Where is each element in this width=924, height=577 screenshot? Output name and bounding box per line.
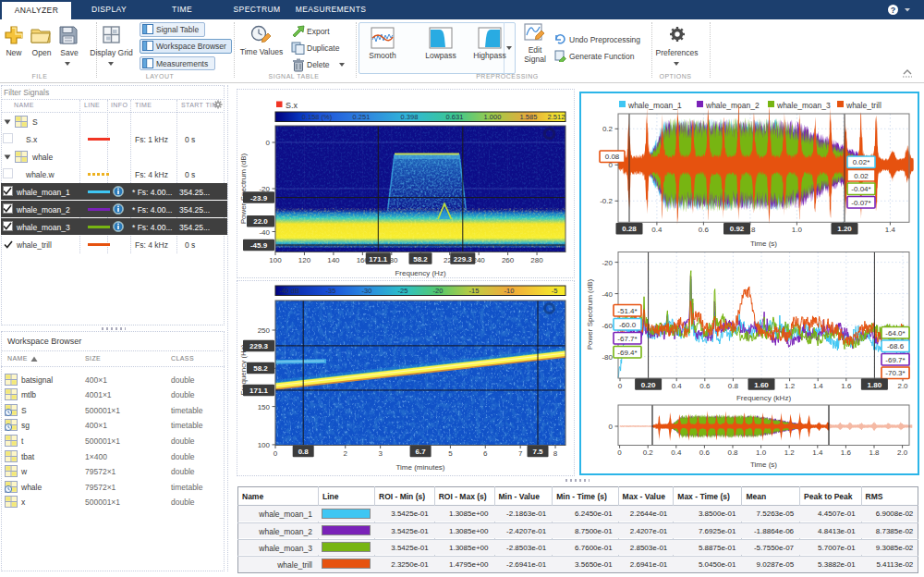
svg-text:1.4: 1.4: [813, 382, 824, 390]
svg-text:Power Spectrum (dB): Power Spectrum (dB): [239, 153, 248, 224]
svg-text:0: 0: [617, 448, 622, 457]
svg-text:2.0: 2.0: [897, 448, 908, 457]
svg-text:0.631: 0.631: [446, 113, 464, 121]
svg-text:250: 250: [258, 326, 271, 335]
svg-text:Frequency (kHz): Frequency (kHz): [736, 394, 791, 402]
svg-text:-25: -25: [398, 287, 408, 295]
svg-text:8: 8: [553, 449, 558, 458]
svg-text:1.0: 1.0: [792, 226, 803, 234]
svg-text:0.2: 0.2: [602, 125, 614, 133]
svg-text:?: ?: [891, 6, 896, 15]
svg-text:0.4: 0.4: [672, 382, 683, 390]
svg-text:0.20: 0.20: [641, 381, 656, 389]
svg-text:-40: -40: [602, 290, 613, 299]
svg-text:0: 0: [266, 139, 271, 147]
svg-text:0.8: 0.8: [728, 382, 739, 390]
svg-text:-5: -5: [552, 287, 558, 295]
svg-text:3: 3: [378, 449, 383, 458]
svg-text:2.0: 2.0: [897, 382, 908, 390]
svg-text:-80: -80: [602, 353, 613, 362]
svg-text:1.4: 1.4: [885, 226, 896, 234]
svg-text:0.4: 0.4: [651, 226, 663, 234]
svg-text:171.1: 171.1: [249, 387, 269, 395]
svg-text:1.4: 1.4: [812, 448, 823, 457]
svg-text:-40 dB: -40 dB: [279, 287, 299, 295]
svg-text:1.8: 1.8: [869, 448, 880, 457]
svg-text:1.0: 1.0: [756, 448, 767, 457]
svg-text:1.2: 1.2: [784, 448, 796, 457]
svg-text:0: 0: [609, 423, 614, 431]
svg-text:150: 150: [258, 403, 271, 411]
svg-text:1.6: 1.6: [841, 448, 852, 457]
svg-text:0.2: 0.2: [643, 448, 654, 457]
svg-text:5: 5: [448, 449, 453, 458]
svg-text:S.x: S.x: [286, 101, 298, 110]
svg-text:2: 2: [344, 449, 348, 458]
svg-text:1.000: 1.000: [484, 113, 502, 121]
svg-text:-0.07*: -0.07*: [851, 199, 870, 207]
svg-text:0.158 (%): 0.158 (%): [302, 113, 333, 121]
svg-text:-60.0: -60.0: [619, 321, 637, 329]
svg-text:100: 100: [258, 441, 271, 449]
svg-text:-69.7*: -69.7*: [885, 356, 905, 364]
svg-text:58.2: 58.2: [413, 255, 428, 264]
svg-text:-10: -10: [505, 287, 515, 295]
svg-text:whale_moan_3: whale_moan_3: [776, 101, 831, 110]
svg-text:-30: -30: [362, 287, 372, 295]
svg-text:0.398: 0.398: [401, 113, 419, 121]
svg-text:-60: -60: [602, 322, 613, 330]
svg-text:0.6: 0.6: [699, 448, 711, 457]
svg-text:1.6: 1.6: [841, 382, 852, 390]
svg-text:Frequency (Hz): Frequency (Hz): [395, 269, 445, 277]
svg-text:0.251: 0.251: [353, 113, 371, 121]
svg-text:Time (minutes): Time (minutes): [395, 463, 444, 472]
svg-text:-35: -35: [326, 287, 336, 295]
svg-text:0.6: 0.6: [699, 382, 711, 390]
svg-text:whale_moan_1: whale_moan_1: [627, 101, 682, 110]
svg-text:0.02*: 0.02*: [853, 158, 870, 166]
svg-text:-20: -20: [433, 287, 444, 295]
svg-text:whale_moan_2: whale_moan_2: [705, 101, 760, 110]
svg-text:1.585: 1.585: [520, 113, 538, 121]
svg-text:1.2: 1.2: [784, 382, 796, 390]
svg-text:7: 7: [518, 449, 523, 458]
svg-text:-23.9: -23.9: [250, 194, 268, 203]
svg-text:-51.4*: -51.4*: [617, 307, 637, 315]
svg-text:0.8: 0.8: [298, 448, 310, 456]
svg-text:Time (s): Time (s): [750, 239, 777, 248]
svg-text:171.1: 171.1: [369, 255, 388, 264]
svg-text:Power Spectrum (dB): Power Spectrum (dB): [586, 278, 594, 350]
svg-text:7.5: 7.5: [532, 448, 543, 456]
svg-text:22.0: 22.0: [253, 217, 268, 226]
svg-text:100: 100: [269, 256, 282, 264]
svg-text:0.02: 0.02: [854, 172, 869, 180]
svg-text:58.2: 58.2: [253, 364, 268, 373]
svg-text:260: 260: [502, 256, 515, 264]
svg-text:229.3: 229.3: [454, 255, 473, 264]
svg-text:6: 6: [483, 449, 488, 458]
svg-text:-68.6: -68.6: [887, 342, 905, 350]
svg-text:1.20: 1.20: [837, 225, 852, 233]
svg-text:0.08: 0.08: [605, 153, 620, 161]
svg-text:6.7: 6.7: [416, 448, 427, 456]
svg-text:-69.4*: -69.4*: [617, 349, 637, 357]
svg-text:229.3: 229.3: [249, 342, 269, 350]
svg-text:0.28: 0.28: [622, 225, 637, 233]
svg-text:0.6: 0.6: [699, 226, 710, 234]
svg-text:1.60: 1.60: [754, 381, 769, 389]
svg-text:0.8: 0.8: [727, 448, 738, 457]
svg-text:1.80: 1.80: [868, 381, 882, 389]
svg-text:2.512: 2.512: [548, 113, 565, 121]
svg-text:120: 120: [298, 256, 311, 264]
svg-text:280: 280: [530, 256, 543, 264]
svg-text:-64.0*: -64.0*: [885, 329, 905, 338]
svg-text:-40: -40: [259, 228, 270, 237]
svg-text:-20: -20: [602, 259, 613, 267]
svg-text:-0.2: -0.2: [600, 197, 613, 205]
svg-text:140: 140: [327, 256, 340, 264]
svg-text:-67.7*: -67.7*: [617, 335, 637, 343]
svg-text:-70.3*: -70.3*: [885, 369, 905, 377]
svg-text:-0.04*: -0.04*: [851, 185, 870, 193]
svg-text:Time (s): Time (s): [750, 460, 777, 469]
svg-text:0.4: 0.4: [671, 448, 682, 457]
